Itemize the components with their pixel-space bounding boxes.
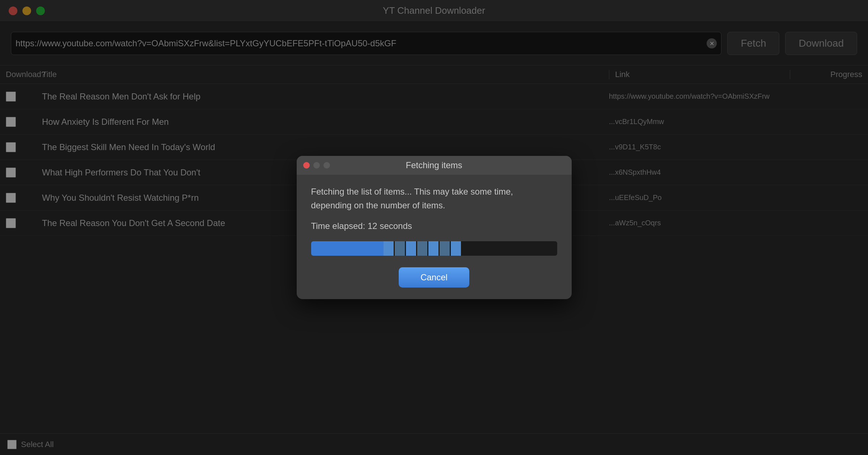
modal-traffic-lights <box>303 162 330 169</box>
chunk-6 <box>440 241 450 256</box>
modal-close-button[interactable] <box>303 162 310 169</box>
chunk-7 <box>451 241 461 256</box>
fetching-modal: Fetching items Fetching the list of item… <box>297 156 572 299</box>
modal-titlebar: Fetching items <box>297 156 572 175</box>
chunk-2 <box>395 241 405 256</box>
modal-body: Fetching the list of items... This may t… <box>297 185 572 288</box>
progress-bar-fill <box>311 241 557 256</box>
chunk-5 <box>428 241 439 256</box>
progress-bar-solid <box>311 241 384 256</box>
chunk-3 <box>406 241 416 256</box>
progress-bar-animated <box>384 241 461 256</box>
cancel-button[interactable]: Cancel <box>399 267 469 288</box>
modal-title: Fetching items <box>406 160 462 170</box>
modal-overlay: Fetching items Fetching the list of item… <box>0 0 868 455</box>
chunk-1 <box>384 241 394 256</box>
modal-elapsed: Time elapsed: 12 seconds <box>311 221 557 231</box>
modal-maximize-button[interactable] <box>323 162 330 169</box>
progress-bar <box>311 241 557 256</box>
chunk-4 <box>417 241 427 256</box>
modal-minimize-button[interactable] <box>313 162 320 169</box>
modal-message: Fetching the list of items... This may t… <box>311 185 557 213</box>
